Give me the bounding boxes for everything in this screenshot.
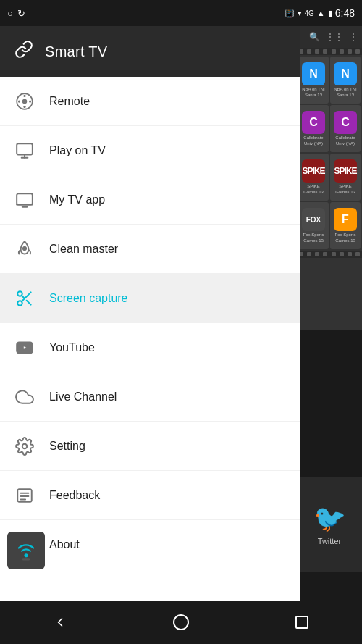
menu-item-play-on-tv[interactable]: Play on TV [0,126,300,175]
grid-icon: ⋮⋮ [326,32,343,42]
drawer: Smart TV Remote Play on TV [0,26,300,615]
svg-point-20 [22,443,28,448]
tv-icon [14,141,35,160]
recent-square-icon [295,616,308,629]
more-icon: ⋮ [349,32,358,42]
film-label-6: Fox SportsGames 13 [303,233,324,243]
film-cell-1: N NBA on TNISanta 13 [330,57,361,104]
feedback-icon [14,486,35,505]
film-label-0: NBA on TNISanta 13 [302,87,325,97]
film-icon-n2: N [334,62,357,85]
device-widget[interactable] [7,532,45,569]
film-icon-f: F [334,208,357,231]
film-label-2: CallebrateUniv (NA) [303,135,323,146]
menu-label-clean-master: Clean master [49,243,118,256]
network-icon: 4G [305,9,314,17]
film-cell-3: C CallebrateUniv (NA) [330,105,361,152]
svg-rect-9 [17,193,33,204]
film-label-3: CallebrateUniv (NA) [335,135,355,146]
menu-label-my-tv-app: My TV app [49,193,105,206]
film-icon-c2: C [334,111,357,134]
film-divider-top [297,48,362,55]
svg-rect-6 [17,143,33,154]
film-cell-6: FOX Fox SportsGames 13 [298,202,329,249]
twitter-panel: 🐦 Twitter [297,477,362,572]
menu-item-remote[interactable]: Remote [0,77,300,126]
menu-item-feedback[interactable]: Feedback [0,471,300,520]
menu-label-play-on-tv: Play on TV [49,144,106,157]
menu-label-feedback: Feedback [49,489,100,502]
monitor-icon [14,191,35,209]
recent-button[interactable] [280,601,324,644]
back-icon [53,615,67,630]
svg-point-1 [22,99,28,104]
menu-label-about: About [49,538,80,551]
status-bar: ○ ↻ 📳 ▾ 4G ▲ ▮ 6:48 [0,0,362,26]
status-left-icons: ○ ↻ [7,8,25,19]
svg-point-4 [18,100,20,102]
svg-line-17 [22,295,25,298]
wifi-device-icon [14,538,38,563]
search-icon: 🔍 [309,32,320,42]
home-button[interactable] [159,601,203,644]
film-label-7: Fox SportsGames 13 [334,233,355,243]
menu-label-setting: Setting [49,440,85,453]
signal-icon: ▲ [317,9,325,17]
twitter-label: Twitter [318,537,341,545]
svg-line-16 [27,300,31,304]
drawer-title: Smart TV [45,43,108,60]
navigation-bar [0,601,362,644]
menu-item-screen-capture[interactable]: Screen capture [0,274,300,323]
menu-label-youtube: YouTube [49,341,95,354]
status-time: 6:48 [335,7,355,19]
menu-item-setting[interactable]: Setting [0,422,300,471]
refresh-status-icon: ↻ [17,8,25,19]
film-cell-5: SPIKE SPIKEGames 13 [330,154,361,201]
film-label-5: SPIKEGames 13 [335,184,355,194]
device-icon-box[interactable] [7,532,45,569]
svg-point-12 [23,246,26,249]
menu-label-live-channel: Live Channel [49,390,117,403]
link-icon [14,40,33,63]
settings-icon [14,437,35,456]
film-icon-l1: SPIKE [302,159,325,183]
svg-point-5 [29,100,31,102]
film-cell-0: N NBA on TNISanta 13 [298,57,329,104]
film-strip-header: 🔍 ⋮⋮ ⋮ [297,26,362,48]
film-grid: N NBA on TNISanta 13 N NBA on TNISanta 1… [297,55,362,251]
scissors-icon [14,289,35,308]
film-divider-bottom [297,251,362,258]
film-cell-4: SPIKE SPIKEGames 13 [298,154,329,201]
drawer-header: Smart TV [0,26,300,77]
vibrate-icon: 📳 [285,9,295,18]
svg-point-2 [23,94,25,96]
svg-point-28 [24,553,28,557]
circle-status-icon: ○ [7,8,13,19]
remote-icon [14,92,35,111]
film-strip-panel: 🔍 ⋮⋮ ⋮ N NBA on TNISanta 13 N NBA on TNI… [297,26,362,330]
film-label-1: NBA on TNISanta 13 [334,87,357,97]
twitter-icon: 🐦 [313,503,346,534]
menu-item-clean-master[interactable]: Clean master [0,225,300,274]
menu-item-my-tv-app[interactable]: My TV app [0,175,300,225]
svg-point-3 [23,105,25,107]
menu-item-live-channel[interactable]: Live Channel [0,372,300,422]
film-icon-l2: SPIKE [334,159,357,183]
film-icon-b: FOX [302,208,325,231]
status-right-icons: 📳 ▾ 4G ▲ ▮ 6:48 [285,7,355,19]
wifi-icon: ▾ [298,9,302,18]
menu-item-youtube[interactable]: YouTube [0,323,300,372]
cloud-icon [14,388,35,406]
film-icon-c1: C [302,111,325,134]
home-circle-icon [173,614,189,630]
youtube-icon [14,338,35,357]
film-cell-7: F Fox SportsGames 13 [330,202,361,249]
back-button[interactable] [38,601,82,644]
menu-label-remote: Remote [49,95,90,108]
film-cell-2: C CallebrateUniv (NA) [298,105,329,152]
rocket-icon [14,240,35,259]
menu-item-about[interactable]: About [0,520,300,569]
film-icon-n1: N [302,62,325,85]
menu-label-screen-capture: Screen capture [49,292,128,305]
film-label-4: SPIKEGames 13 [303,184,324,194]
